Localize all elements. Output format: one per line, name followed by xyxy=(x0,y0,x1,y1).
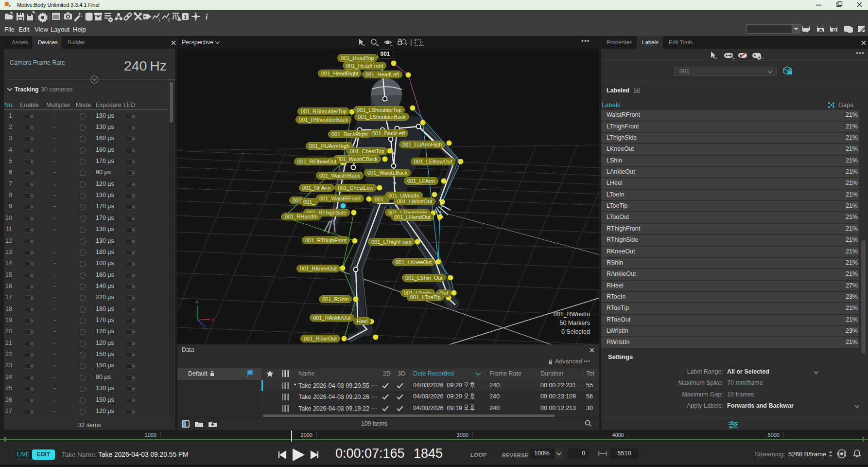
svg-text:1: 1 xyxy=(184,14,187,20)
svg-text:1: 1 xyxy=(158,18,160,22)
svg-text:z: z xyxy=(203,324,206,329)
svg-text:i: i xyxy=(206,13,208,21)
svg-text:Y: Y xyxy=(195,300,199,305)
svg-text:2: 2 xyxy=(168,18,170,22)
svg-text:x: x xyxy=(211,317,214,323)
